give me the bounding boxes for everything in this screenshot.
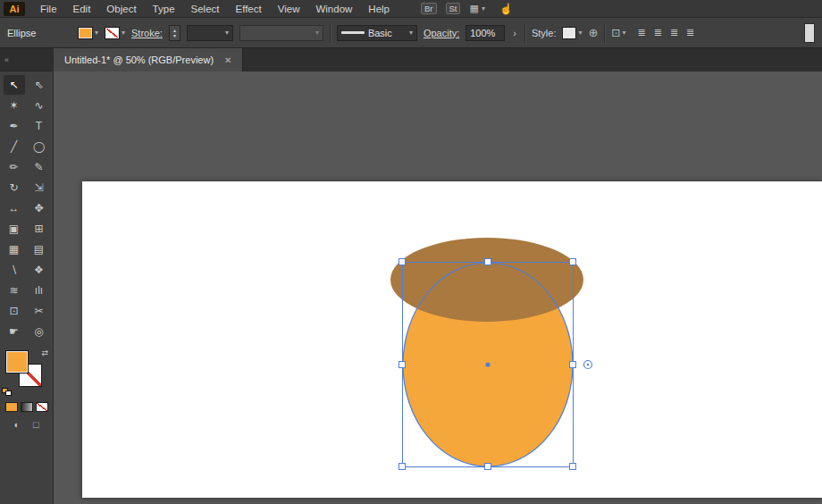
graphic-style-swatch[interactable] [562, 27, 576, 39]
transform-options[interactable]: ⊡ ▾ [611, 27, 625, 39]
document-tab-title: Untitled-1* @ 50% (RGB/Preview) [64, 55, 214, 65]
magic-wand-tool[interactable]: ✶ [4, 96, 25, 115]
stroke-panel-link[interactable]: Stroke: [131, 28, 163, 38]
menu-edit[interactable]: Edit [65, 0, 99, 17]
symbol-sprayer-tool[interactable]: ≋ [4, 281, 25, 300]
selection-handle-middle-left[interactable] [399, 362, 406, 368]
stroke-weight-stepper[interactable]: ▴ ▾ [169, 25, 180, 41]
blend-tool[interactable]: ❖ [29, 260, 50, 280]
selection-handle-top-left[interactable] [399, 259, 406, 265]
slice-tool[interactable]: ✂ [29, 301, 50, 321]
direct-selection-tool[interactable]: ⇖ [29, 75, 50, 95]
artboard-tool[interactable]: ⊡ [4, 301, 25, 321]
stroke-profile-dropdown[interactable]: Basic ▾ [337, 25, 417, 41]
menu-type[interactable]: Type [145, 0, 183, 17]
pen-tool[interactable]: ✒ [4, 116, 25, 136]
align-horizontal-left-button[interactable]: ≣ [637, 27, 645, 38]
scale-tool[interactable]: ⇲ [29, 178, 50, 197]
screen-mode-button[interactable]: □ [33, 419, 39, 430]
brush-definition-dropdown[interactable]: ▾ [239, 25, 323, 41]
menu-help[interactable]: Help [360, 0, 398, 17]
free-transform-tool[interactable]: ✥ [29, 198, 50, 218]
workspace-grid-icon: ▦ [469, 3, 478, 14]
selection-handle-top-center[interactable] [485, 259, 491, 265]
drawing-mode-button[interactable]: ◐ [13, 419, 20, 430]
rotate-tool[interactable]: ↻ [4, 178, 25, 197]
recolor-artwork-icon[interactable]: ⊕ [588, 26, 598, 39]
stroke-weight-dropdown[interactable]: ▾ [187, 25, 233, 41]
eyedropper-tool[interactable]: ∖ [4, 260, 25, 280]
acorn-cap-shape[interactable] [390, 238, 583, 322]
swap-fill-stroke-icon[interactable]: ⇄ [41, 349, 48, 357]
opacity-panel-link[interactable]: Opacity: [424, 28, 459, 38]
pencil-tool[interactable]: ✎ [29, 157, 50, 177]
type-tool[interactable]: T [29, 116, 50, 136]
align-horizontal-right-button[interactable]: ≣ [670, 27, 678, 38]
color-button[interactable] [5, 402, 18, 412]
mode-buttons: ◐ □ [0, 412, 53, 430]
stepper-down-icon[interactable]: ▾ [173, 33, 176, 38]
document-tab[interactable]: Untitled-1* @ 50% (RGB/Preview) ✕ [54, 48, 243, 71]
menu-select[interactable]: Select [183, 0, 228, 17]
opacity-input[interactable]: 100% [466, 25, 505, 41]
menu-object[interactable]: Object [98, 0, 144, 17]
menu-view[interactable]: View [270, 0, 308, 17]
divider [330, 23, 331, 43]
collapse-toolbar-chevron[interactable]: « [4, 55, 9, 64]
selection-handle-middle-right[interactable] [570, 362, 576, 368]
fill-swatch[interactable] [5, 350, 29, 374]
stroke-profile-value: Basic [368, 28, 392, 38]
menu-file[interactable]: File [32, 0, 65, 17]
selection-center-point[interactable] [485, 362, 490, 366]
opacity-options-chevron[interactable]: › [511, 28, 518, 38]
shape-builder-tool[interactable]: ▣ [4, 219, 25, 239]
zoom-tool[interactable]: ◎ [29, 322, 50, 341]
stroke-none-swatch[interactable] [105, 27, 120, 39]
column-graph-tool[interactable]: ılı [29, 281, 50, 300]
anchor-indicator-dot [587, 364, 589, 365]
ellipse-tool[interactable]: ◯ [29, 137, 50, 156]
bridge-button[interactable]: Br [421, 3, 437, 14]
touch-workspace-icon[interactable]: ☝ [499, 3, 513, 15]
perspective-grid-tool[interactable]: ⊞ [29, 219, 50, 239]
workspace-switcher[interactable]: ▦ ▾ [469, 3, 484, 14]
stroke-color-control[interactable]: ▾ [105, 27, 125, 39]
menu-bar: Ai File Edit Object Type Select Effect V… [0, 0, 822, 18]
align-controls: ≣ ≣ ≣ ≣ [637, 27, 694, 38]
chevron-down-icon: ▾ [578, 29, 582, 37]
default-fill-stroke-icon[interactable] [2, 388, 13, 397]
align-horizontal-center-button[interactable]: ≣ [654, 27, 662, 38]
active-tool-label: Ellipse [7, 28, 71, 38]
selection-tool[interactable]: ↖ [4, 75, 25, 95]
collapsed-panel-tab[interactable] [804, 23, 815, 43]
canvas-area[interactable] [54, 71, 822, 504]
selection-handle-bottom-left[interactable] [399, 464, 406, 470]
chevron-down-icon: ▾ [225, 29, 229, 37]
graphic-style-dropdown[interactable]: ▾ [562, 27, 582, 39]
width-tool[interactable]: ↔ [4, 198, 25, 218]
paintbrush-tool[interactable]: ✏ [4, 157, 25, 177]
lasso-tool[interactable]: ∿ [29, 96, 50, 115]
app-logo-icon: Ai [4, 2, 25, 16]
chevron-down-icon: ▾ [315, 29, 319, 37]
opacity-value: 100% [470, 28, 495, 38]
gradient-button[interactable] [21, 402, 33, 412]
fill-color-swatch[interactable] [78, 27, 93, 39]
stock-button[interactable]: St [446, 3, 461, 14]
control-bar: Ellipse ▾ ▾ Stroke: ▴ ▾ ▾ ▾ Basic ▾ Opac… [0, 18, 822, 48]
none-button[interactable] [36, 402, 48, 412]
menu-window[interactable]: Window [307, 0, 360, 17]
close-icon[interactable]: ✕ [224, 55, 231, 65]
line-segment-tool[interactable]: ╱ [4, 137, 25, 156]
align-distribute-button[interactable]: ≣ [686, 27, 694, 38]
mesh-tool[interactable]: ▦ [4, 239, 25, 259]
selection-handle-top-right[interactable] [570, 259, 576, 265]
selection-handle-bottom-right[interactable] [570, 464, 576, 470]
chevron-down-icon: ▾ [482, 4, 485, 13]
hand-tool[interactable]: ☛ [4, 322, 25, 341]
fill-color-control[interactable]: ▾ [78, 27, 98, 39]
menu-effect[interactable]: Effect [228, 0, 270, 17]
selection-handle-bottom-center[interactable] [485, 464, 491, 470]
gradient-tool[interactable]: ▤ [29, 239, 50, 259]
style-label: Style: [532, 28, 557, 38]
